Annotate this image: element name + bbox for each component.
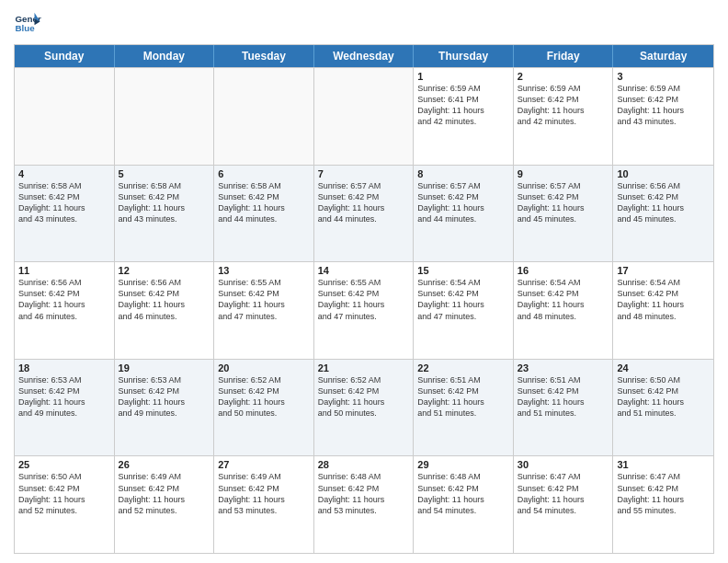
day-number: 24 — [617, 362, 710, 373]
day-info: Sunrise: 6:52 AM Sunset: 6:42 PM Dayligh… — [218, 374, 310, 419]
day-info: Sunrise: 6:50 AM Sunset: 6:42 PM Dayligh… — [617, 374, 710, 419]
day-number: 20 — [218, 362, 310, 373]
day-cell-29: 29Sunrise: 6:48 AM Sunset: 6:42 PM Dayli… — [414, 456, 514, 553]
day-info: Sunrise: 6:49 AM Sunset: 6:42 PM Dayligh… — [119, 471, 210, 516]
day-number: 25 — [18, 459, 110, 470]
day-info: Sunrise: 6:53 AM Sunset: 6:42 PM Dayligh… — [119, 374, 210, 419]
day-number: 23 — [518, 362, 609, 373]
day-cell-19: 19Sunrise: 6:53 AM Sunset: 6:42 PM Dayli… — [115, 360, 215, 456]
day-info: Sunrise: 6:54 AM Sunset: 6:42 PM Dayligh… — [417, 277, 509, 322]
header-day-wednesday: Wednesday — [314, 45, 415, 67]
day-cell-12: 12Sunrise: 6:56 AM Sunset: 6:42 PM Dayli… — [115, 262, 215, 359]
calendar-row-2: 4Sunrise: 6:58 AM Sunset: 6:42 PM Daylig… — [15, 165, 713, 262]
header: General Blue — [14, 9, 714, 37]
day-cell-22: 22Sunrise: 6:51 AM Sunset: 6:42 PM Dayli… — [414, 360, 514, 456]
day-cell-17: 17Sunrise: 6:54 AM Sunset: 6:42 PM Dayli… — [613, 262, 713, 359]
day-info: Sunrise: 6:59 AM Sunset: 6:41 PM Dayligh… — [417, 83, 509, 128]
calendar: SundayMondayTuesdayWednesdayThursdayFrid… — [14, 44, 714, 554]
day-cell-8: 8Sunrise: 6:57 AM Sunset: 6:42 PM Daylig… — [414, 166, 514, 262]
day-number: 15 — [417, 265, 509, 276]
day-cell-3: 3Sunrise: 6:59 AM Sunset: 6:42 PM Daylig… — [613, 68, 713, 165]
day-number: 29 — [417, 459, 509, 470]
day-info: Sunrise: 6:52 AM Sunset: 6:42 PM Dayligh… — [318, 374, 410, 419]
day-number: 1 — [417, 71, 509, 82]
day-cell-20: 20Sunrise: 6:52 AM Sunset: 6:42 PM Dayli… — [214, 360, 314, 456]
logo: General Blue — [14, 9, 41, 37]
day-number: 18 — [18, 362, 110, 373]
header-day-monday: Monday — [115, 45, 215, 67]
day-number: 6 — [218, 168, 310, 179]
day-number: 31 — [617, 459, 710, 470]
calendar-row-5: 25Sunrise: 6:50 AM Sunset: 6:42 PM Dayli… — [15, 455, 713, 553]
day-number: 27 — [218, 459, 310, 470]
day-cell-28: 28Sunrise: 6:48 AM Sunset: 6:42 PM Dayli… — [314, 456, 415, 553]
day-cell-26: 26Sunrise: 6:49 AM Sunset: 6:42 PM Dayli… — [115, 456, 215, 553]
day-cell-16: 16Sunrise: 6:54 AM Sunset: 6:42 PM Dayli… — [514, 262, 614, 359]
day-cell-7: 7Sunrise: 6:57 AM Sunset: 6:42 PM Daylig… — [314, 166, 415, 262]
day-cell-6: 6Sunrise: 6:58 AM Sunset: 6:42 PM Daylig… — [214, 166, 314, 262]
day-cell-31: 31Sunrise: 6:47 AM Sunset: 6:42 PM Dayli… — [613, 456, 713, 553]
empty-cell — [214, 68, 314, 165]
day-info: Sunrise: 6:56 AM Sunset: 6:42 PM Dayligh… — [119, 277, 210, 322]
day-info: Sunrise: 6:57 AM Sunset: 6:42 PM Dayligh… — [417, 180, 509, 225]
day-info: Sunrise: 6:54 AM Sunset: 6:42 PM Dayligh… — [518, 277, 609, 322]
day-cell-10: 10Sunrise: 6:56 AM Sunset: 6:42 PM Dayli… — [613, 166, 713, 262]
day-number: 26 — [119, 459, 210, 470]
calendar-header: SundayMondayTuesdayWednesdayThursdayFrid… — [15, 45, 713, 67]
calendar-row-1: 1Sunrise: 6:59 AM Sunset: 6:41 PM Daylig… — [15, 67, 713, 165]
day-cell-14: 14Sunrise: 6:55 AM Sunset: 6:42 PM Dayli… — [314, 262, 415, 359]
day-cell-11: 11Sunrise: 6:56 AM Sunset: 6:42 PM Dayli… — [15, 262, 115, 359]
header-day-tuesday: Tuesday — [214, 45, 314, 67]
day-cell-5: 5Sunrise: 6:58 AM Sunset: 6:42 PM Daylig… — [115, 166, 215, 262]
header-day-thursday: Thursday — [414, 45, 514, 67]
day-number: 3 — [617, 71, 710, 82]
day-cell-1: 1Sunrise: 6:59 AM Sunset: 6:41 PM Daylig… — [414, 68, 514, 165]
calendar-body: 1Sunrise: 6:59 AM Sunset: 6:41 PM Daylig… — [15, 67, 713, 553]
day-number: 30 — [518, 459, 609, 470]
day-cell-21: 21Sunrise: 6:52 AM Sunset: 6:42 PM Dayli… — [314, 360, 415, 456]
calendar-row-4: 18Sunrise: 6:53 AM Sunset: 6:42 PM Dayli… — [15, 359, 713, 456]
day-number: 17 — [617, 265, 710, 276]
day-number: 4 — [18, 168, 110, 179]
day-number: 11 — [18, 265, 110, 276]
empty-cell — [115, 68, 215, 165]
day-number: 2 — [518, 71, 609, 82]
day-info: Sunrise: 6:58 AM Sunset: 6:42 PM Dayligh… — [119, 180, 210, 225]
day-info: Sunrise: 6:59 AM Sunset: 6:42 PM Dayligh… — [617, 83, 710, 128]
day-number: 8 — [417, 168, 509, 179]
page: General Blue SundayMondayTuesdayWednesda… — [0, 0, 728, 563]
day-cell-2: 2Sunrise: 6:59 AM Sunset: 6:42 PM Daylig… — [514, 68, 614, 165]
day-info: Sunrise: 6:54 AM Sunset: 6:42 PM Dayligh… — [617, 277, 710, 322]
day-cell-30: 30Sunrise: 6:47 AM Sunset: 6:42 PM Dayli… — [514, 456, 614, 553]
svg-text:Blue: Blue — [16, 23, 36, 33]
day-info: Sunrise: 6:58 AM Sunset: 6:42 PM Dayligh… — [18, 180, 110, 225]
empty-cell — [314, 68, 415, 165]
header-day-friday: Friday — [514, 45, 614, 67]
day-info: Sunrise: 6:55 AM Sunset: 6:42 PM Dayligh… — [318, 277, 410, 322]
day-cell-13: 13Sunrise: 6:55 AM Sunset: 6:42 PM Dayli… — [214, 262, 314, 359]
day-cell-25: 25Sunrise: 6:50 AM Sunset: 6:42 PM Dayli… — [15, 456, 115, 553]
day-cell-23: 23Sunrise: 6:51 AM Sunset: 6:42 PM Dayli… — [514, 360, 614, 456]
day-cell-15: 15Sunrise: 6:54 AM Sunset: 6:42 PM Dayli… — [414, 262, 514, 359]
day-number: 21 — [318, 362, 410, 373]
day-number: 19 — [119, 362, 210, 373]
day-number: 7 — [318, 168, 410, 179]
day-number: 12 — [119, 265, 210, 276]
calendar-row-3: 11Sunrise: 6:56 AM Sunset: 6:42 PM Dayli… — [15, 261, 713, 359]
day-number: 22 — [417, 362, 509, 373]
day-cell-9: 9Sunrise: 6:57 AM Sunset: 6:42 PM Daylig… — [514, 166, 614, 262]
day-info: Sunrise: 6:50 AM Sunset: 6:42 PM Dayligh… — [18, 471, 110, 516]
day-cell-27: 27Sunrise: 6:49 AM Sunset: 6:42 PM Dayli… — [214, 456, 314, 553]
day-info: Sunrise: 6:51 AM Sunset: 6:42 PM Dayligh… — [518, 374, 609, 419]
day-info: Sunrise: 6:47 AM Sunset: 6:42 PM Dayligh… — [518, 471, 609, 516]
day-number: 16 — [518, 265, 609, 276]
day-number: 5 — [119, 168, 210, 179]
day-cell-24: 24Sunrise: 6:50 AM Sunset: 6:42 PM Dayli… — [613, 360, 713, 456]
day-info: Sunrise: 6:48 AM Sunset: 6:42 PM Dayligh… — [417, 471, 509, 516]
logo-icon: General Blue — [14, 9, 41, 37]
day-info: Sunrise: 6:49 AM Sunset: 6:42 PM Dayligh… — [218, 471, 310, 516]
empty-cell — [15, 68, 115, 165]
day-number: 28 — [318, 459, 410, 470]
day-cell-18: 18Sunrise: 6:53 AM Sunset: 6:42 PM Dayli… — [15, 360, 115, 456]
day-info: Sunrise: 6:56 AM Sunset: 6:42 PM Dayligh… — [18, 277, 110, 322]
